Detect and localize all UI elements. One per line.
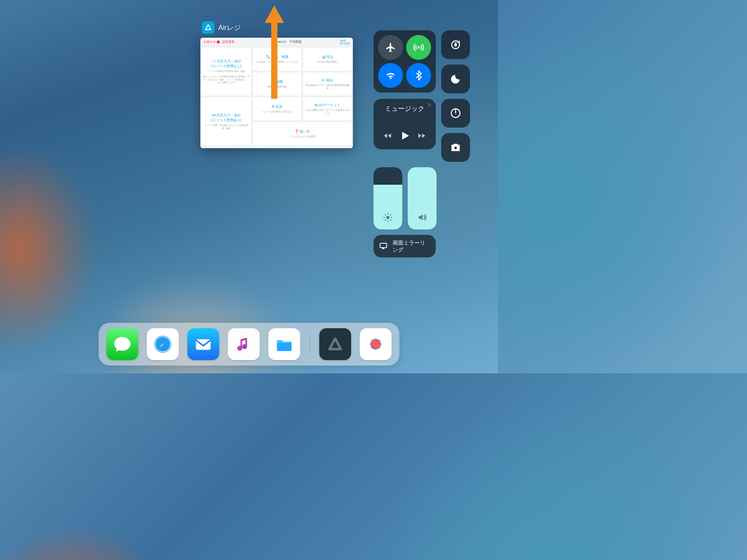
music-prev-button[interactable] bbox=[383, 131, 392, 142]
brightness-slider[interactable] bbox=[374, 167, 402, 229]
airplay-indicator-icon: ⟩⟩ bbox=[428, 103, 431, 107]
orientation-lock-toggle[interactable] bbox=[441, 30, 470, 59]
music-controls bbox=[377, 130, 432, 145]
c1-title: 注文入力・会計 bbox=[217, 59, 241, 63]
c7-title: 設定 bbox=[276, 105, 283, 108]
cc-row-2: ⟩⟩ ミュージック bbox=[374, 99, 471, 162]
cc-row-1 bbox=[374, 30, 471, 93]
notice-badge: 1 bbox=[217, 40, 220, 44]
svg-point-0 bbox=[417, 46, 420, 49]
app-switcher-card[interactable]: Airレジ お知らせ 1 設定更新 2019/1/17 千代田区 AirID A… bbox=[200, 21, 353, 148]
cc-side-col-2 bbox=[441, 99, 470, 162]
c1-desc: リソース管理せず伝票を作成・会計 bbox=[208, 70, 245, 73]
cell-sales: 📊 売上 当日売上/商品別売上 bbox=[303, 47, 352, 71]
screen-mirroring-label: 画面ミラーリング bbox=[393, 239, 430, 253]
airregi-app-icon bbox=[202, 21, 214, 34]
preview-grid: 📄 注文入力・会計(リソース管理なし) リソース管理せず伝票を作成・会計 ★リソ… bbox=[200, 46, 353, 148]
cell-settlement: 🔍 点検・精算 入出金/レジチェック/精算レシート など bbox=[253, 47, 302, 71]
c2-title: 点検・精算 bbox=[271, 55, 289, 59]
cell-customer: 👤 顧客 顧客一覧/顧客登録 bbox=[253, 72, 302, 96]
volume-slider[interactable] bbox=[408, 167, 437, 229]
preview-topbar: お知らせ 1 設定更新 2019/1/17 千代田区 AirID Air Caf… bbox=[200, 38, 353, 46]
dock bbox=[99, 323, 400, 366]
store-name: Air Cafe bbox=[340, 42, 350, 45]
c3-desc: 当日売上/商品別売上 bbox=[317, 61, 338, 64]
dock-app-mail[interactable] bbox=[188, 328, 219, 360]
cell-howto: ❓ 使い方 マニュアル/よくある質問 bbox=[253, 122, 352, 146]
c7-desc: レシート設定/支払い設定 など bbox=[261, 110, 293, 114]
bluetooth-toggle[interactable] bbox=[406, 63, 431, 88]
c9-desc: マニュアル/よくある質問 bbox=[289, 135, 316, 138]
music-tile[interactable]: ⟩⟩ ミュージック bbox=[374, 99, 436, 149]
c4-title: 顧客 bbox=[276, 80, 283, 84]
c5-desc: 商品登録/カテゴリー設定/在庫管理/商品配置 bbox=[305, 84, 350, 90]
switcher-header: Airレジ bbox=[200, 21, 353, 38]
switcher-app-name: Airレジ bbox=[218, 23, 241, 32]
c8-title: Airマーケット bbox=[319, 103, 340, 107]
dock-app-files[interactable] bbox=[268, 328, 300, 360]
svg-point-5 bbox=[386, 216, 390, 219]
svg-rect-2 bbox=[455, 44, 457, 46]
c5-title: 商品 bbox=[326, 78, 333, 82]
settings-update-label: 設定更新 bbox=[222, 40, 235, 44]
dock-app-safari[interactable] bbox=[147, 328, 179, 360]
c6-title: 注文入力・会計 bbox=[216, 113, 241, 117]
volume-icon bbox=[417, 212, 427, 224]
c4-desc: 顧客一覧/顧客登録 bbox=[268, 86, 287, 89]
airplay-icon bbox=[379, 241, 388, 251]
svg-rect-10 bbox=[196, 340, 211, 350]
c6-desc: リソース(席・担当者など)ごとに伝票を作成・会計 bbox=[203, 124, 250, 130]
music-play-button[interactable] bbox=[399, 130, 410, 143]
control-center: ⟩⟩ ミュージック bbox=[374, 30, 471, 257]
cell-order-noresource: 📄 注文入力・会計(リソース管理なし) リソース管理せず伝票を作成・会計 ★リソ… bbox=[201, 47, 252, 96]
c9-title: 使い方 bbox=[300, 130, 310, 133]
c1-sub: (リソース管理なし) bbox=[211, 64, 242, 68]
connectivity-tile[interactable] bbox=[374, 30, 436, 93]
dock-app-photos[interactable] bbox=[360, 328, 392, 360]
airplane-mode-toggle[interactable] bbox=[378, 35, 403, 60]
camera-button[interactable] bbox=[441, 133, 470, 162]
c8-desc: お店の業務に役立つサービスを提案するサイト bbox=[305, 109, 350, 115]
cell-product: 🏷 商品 商品登録/カテゴリー設定/在庫管理/商品配置 bbox=[303, 72, 352, 96]
c2-desc: 入出金/レジチェック/精算レシート など bbox=[256, 61, 298, 64]
notice-label: お知らせ bbox=[203, 40, 216, 44]
dock-app-airregister[interactable] bbox=[319, 328, 351, 360]
music-next-button[interactable] bbox=[417, 131, 426, 142]
cell-airmarket: 🛍 Airマーケット お店の業務に役立つサービスを提案するサイト bbox=[303, 97, 352, 121]
cell-order-resource: 🍽 注文入力・会計(リソース管理あり) リソース(席・担当者など)ごとに伝票を作… bbox=[201, 97, 252, 146]
switcher-preview[interactable]: お知らせ 1 設定更新 2019/1/17 千代田区 AirID Air Caf… bbox=[200, 38, 353, 148]
brightness-icon bbox=[383, 212, 393, 224]
cc-side-col-1 bbox=[441, 30, 470, 93]
c6-sub: (リソース管理あり) bbox=[211, 118, 242, 122]
cell-settings: ⚙ 設定 レシート設定/支払い設定 など bbox=[253, 97, 302, 121]
air-id-label: AirID bbox=[340, 39, 346, 42]
preview-date-loc: 2019/1/17 千代田区 bbox=[273, 40, 302, 44]
c3-title: 売上 bbox=[326, 55, 333, 59]
cellular-data-toggle[interactable] bbox=[406, 35, 431, 60]
dock-app-music[interactable] bbox=[228, 328, 260, 360]
music-title: ミュージック bbox=[377, 104, 432, 113]
screen-mirroring-button[interactable]: 画面ミラーリング bbox=[374, 235, 436, 257]
dock-app-messages[interactable] bbox=[107, 328, 139, 360]
svg-point-4 bbox=[454, 146, 457, 149]
c1-note: ★リソースごとに伝票を作成される場合、下の「注文入力・会計（リソース管理あり）」… bbox=[203, 75, 250, 84]
dock-divider bbox=[310, 332, 310, 356]
wifi-toggle[interactable] bbox=[378, 63, 403, 88]
do-not-disturb-toggle[interactable] bbox=[441, 65, 470, 93]
svg-rect-6 bbox=[380, 243, 387, 247]
timer-button[interactable] bbox=[441, 99, 470, 128]
cc-sliders bbox=[374, 167, 471, 229]
